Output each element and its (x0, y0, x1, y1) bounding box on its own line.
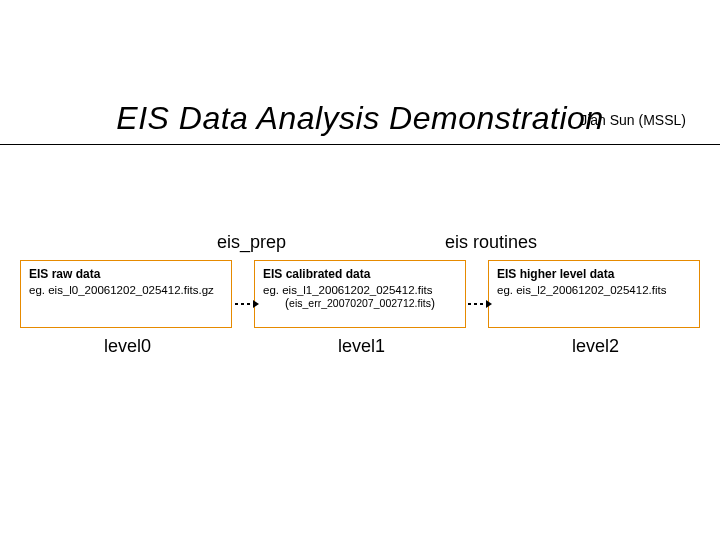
box-extra: (eis_err_20070207_002712.fits) (263, 296, 457, 310)
level0-label: level0 (104, 336, 151, 357)
level1-label: level1 (338, 336, 385, 357)
box-level0: EIS raw data eg. eis_l0_20061202_025412.… (20, 260, 232, 328)
arrow-icon (235, 300, 259, 308)
label-eis-routines: eis routines (445, 232, 537, 253)
label-eis-prep: eis_prep (217, 232, 286, 253)
box-level1: EIS calibrated data eg. eis_l1_20061202_… (254, 260, 466, 328)
divider (0, 144, 720, 145)
extra-file: eis_err_20070207_002712.fits (289, 297, 431, 309)
author-label: Jian Sun (MSSL) (580, 112, 686, 128)
box-level2: EIS higher level data eg. eis_l2_2006120… (488, 260, 700, 328)
paren-close: ) (431, 296, 435, 310)
level2-label: level2 (572, 336, 619, 357)
box-example: eg. eis_l0_20061202_025412.fits.gz (29, 284, 223, 296)
box-example: eg. eis_l1_20061202_025412.fits (263, 284, 457, 296)
box-example: eg. eis_l2_20061202_025412.fits (497, 284, 691, 296)
box-heading: EIS calibrated data (263, 267, 457, 281)
box-heading: EIS raw data (29, 267, 223, 281)
box-heading: EIS higher level data (497, 267, 691, 281)
level-boxes: EIS raw data eg. eis_l0_20061202_025412.… (0, 260, 720, 328)
arrow-icon (468, 300, 492, 308)
